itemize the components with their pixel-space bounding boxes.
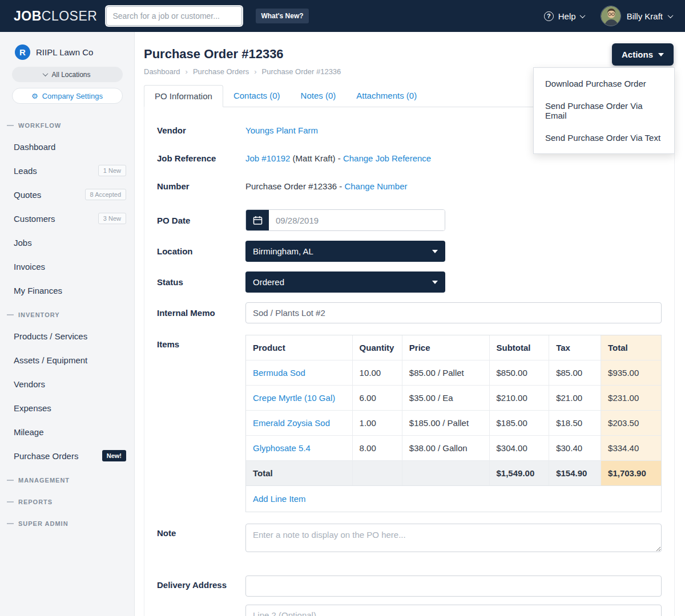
section-dash-icon [7,480,14,481]
section-label: WORKFLOW [18,122,61,129]
whats-new-button[interactable]: What's New? [256,9,308,23]
all-locations-dropdown[interactable]: All Locations [12,67,123,82]
sidebar-item-mileage[interactable]: Mileage [0,420,134,444]
user-menu[interactable]: Billy Kraft [601,6,672,26]
location-label: Location [157,246,245,256]
customers-badge: 3 New [98,213,126,224]
section-dash-icon [7,501,14,502]
all-locations-label: All Locations [51,71,90,79]
calendar-icon [253,216,263,225]
menu-item-download-po[interactable]: Download Purchase Order [534,72,674,95]
sidebar-item-purchase-orders[interactable]: Purchase OrdersNew! [0,444,134,468]
table-row: Bermuda Sod 10.00 $85.00 / Pallet $850.0… [246,360,661,386]
sidebar-item-label: Invoices [14,262,45,271]
change-job-reference-link[interactable]: Change Job Reference [343,153,431,163]
purchase-orders-new-badge: New! [102,450,126,461]
status-selected-value: Ordered [253,277,284,287]
col-tax: Tax [549,335,601,360]
help-label: Help [558,11,576,21]
help-menu[interactable]: ? Help [544,11,585,21]
location-row: Location Birmingham, AL [157,241,662,262]
items-label: Items [157,335,245,349]
sidebar-item-label: Mileage [14,427,44,437]
section-super-admin[interactable]: SUPER ADMIN [0,511,134,533]
price-cell: $185.00 / Pallet [402,411,489,436]
gear-icon: ⚙ [31,92,38,100]
internal-memo-input[interactable] [245,302,662,323]
job-reference-link[interactable]: Job #10192 [245,153,290,163]
sidebar-item-vendors[interactable]: Vendors [0,372,134,396]
vendor-link[interactable]: Youngs Plant Farm [245,125,318,135]
po-date-input[interactable] [269,210,445,230]
sidebar-item-quotes[interactable]: Quotes8 Accepted [0,183,134,206]
menu-item-send-po-email[interactable]: Send Purchase Order Via Email [534,95,674,127]
table-row: Emerald Zoysia Sod 1.00 $185.00 / Pallet… [246,411,661,436]
delivery-address-line2-input[interactable] [245,605,662,616]
delivery-address-line1-input[interactable] [245,576,662,597]
col-quantity: Quantity [352,335,402,360]
delivery-address-row: Delivery Address [157,576,662,616]
tab-po-information[interactable]: PO Information [144,85,223,107]
internal-memo-label: Internal Memo [157,308,245,318]
help-icon: ? [544,11,554,21]
subtotal-cell: $210.00 [489,386,549,411]
tax-cell: $85.00 [549,360,601,386]
subtotal-cell: $185.00 [489,411,549,436]
location-select[interactable]: Birmingham, AL [245,241,445,262]
note-textarea[interactable] [245,524,662,552]
sidebar-item-assets-equipment[interactable]: Assets / Equipment [0,348,134,372]
section-dash-icon [7,125,14,126]
company-settings-button[interactable]: ⚙ Company Settings [12,88,123,104]
breadcrumb-dashboard[interactable]: Dashboard [144,67,180,76]
sidebar-item-jobs[interactable]: Jobs [0,230,134,254]
footer-grand-total: $1,703.90 [601,461,661,486]
table-row: Crepe Myrtle (10 Gal) 6.00 $35.00 / Ea $… [246,386,661,411]
topbar-right: ? Help Billy Kraft [544,6,672,26]
section-management[interactable]: MANAGEMENT [0,468,134,489]
product-link[interactable]: Crepe Myrtle (10 Gal) [253,393,335,403]
add-line-item-link[interactable]: Add Line Item [253,494,306,504]
sidebar: R RIIPL Lawn Co All Locations ⚙ Company … [0,32,135,616]
sidebar-item-customers[interactable]: Customers3 New [0,206,134,230]
breadcrumb-separator: › [186,67,188,76]
menu-item-send-po-text[interactable]: Send Purchase Order Via Text [534,127,674,149]
tab-attachments[interactable]: Attachments (0) [346,85,427,107]
actions-dropdown-menu: Download Purchase Order Send Purchase Or… [533,67,675,154]
chevron-down-icon [579,13,585,18]
breadcrumb-purchase-orders[interactable]: Purchase Orders [193,67,249,76]
user-name: Billy Kraft [627,11,663,21]
total-cell: $935.00 [601,360,661,386]
sidebar-item-label: Assets / Equipment [14,355,87,365]
status-select[interactable]: Ordered [245,271,445,293]
empty-cell [402,461,489,486]
leads-badge: 1 New [98,165,126,176]
section-inventory[interactable]: INVENTORY [0,302,134,324]
global-search-input[interactable] [106,6,242,26]
actions-button[interactable]: Actions [612,43,674,66]
po-number-value: Purchase Order #12336 - [245,181,342,191]
sidebar-item-products-services[interactable]: Products / Services [0,324,134,348]
caret-down-icon [432,250,438,253]
app-logo: JOBCLOSER [14,9,97,24]
sidebar-item-my-finances[interactable]: My Finances [0,278,134,302]
sidebar-item-leads[interactable]: Leads1 New [0,159,134,183]
product-link[interactable]: Emerald Zoysia Sod [253,418,330,428]
tab-notes[interactable]: Notes (0) [291,85,346,107]
change-number-link[interactable]: Change Number [344,181,407,191]
note-row: Note [157,524,662,554]
sidebar-item-label: Jobs [14,238,32,248]
tab-contacts[interactable]: Contacts (0) [223,85,291,107]
section-workflow[interactable]: WORKFLOW [0,113,134,135]
chevron-down-icon [668,13,674,18]
items-table: Product Quantity Price Subtotal Tax Tota… [245,335,662,512]
calendar-button[interactable] [246,210,269,230]
topbar: JOBCLOSER What's New? ? Help Billy Kraft [0,0,685,32]
product-link[interactable]: Glyphosate 5.4 [253,443,311,453]
sidebar-item-dashboard[interactable]: Dashboard [0,135,134,159]
section-reports[interactable]: REPORTS [0,489,134,511]
sidebar-item-invoices[interactable]: Invoices [0,254,134,278]
sidebar-item-expenses[interactable]: Expenses [0,396,134,420]
company-logo: R [15,44,30,60]
product-link[interactable]: Bermuda Sod [253,368,305,378]
total-cell: $231.00 [601,386,661,411]
